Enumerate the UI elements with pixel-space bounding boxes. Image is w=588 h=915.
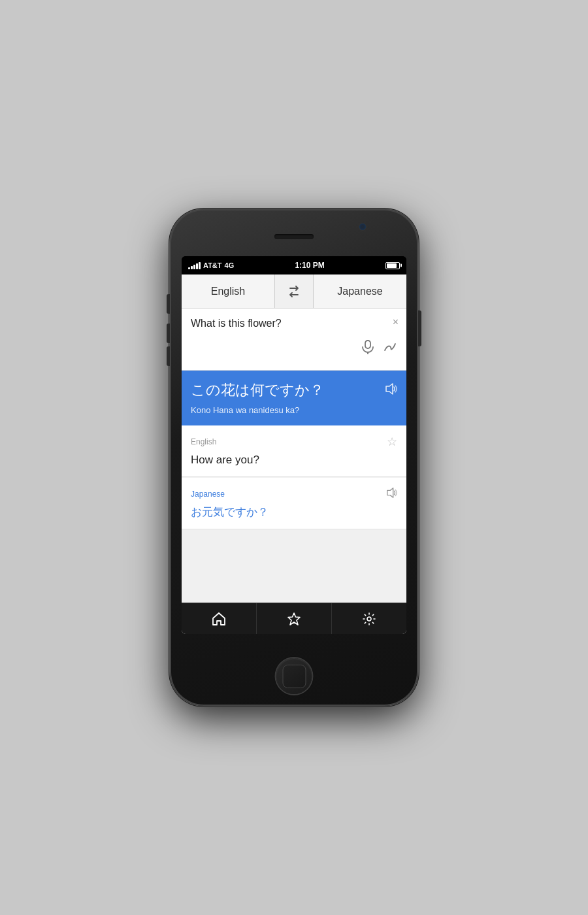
source-language-button[interactable]: English <box>182 274 275 308</box>
input-text[interactable]: What is this flower? <box>191 316 397 331</box>
phone-frame: AT&T 4G 1:10 PM English <box>170 209 418 706</box>
network-label: 4G <box>225 261 235 269</box>
carrier-label: AT&T <box>203 261 222 269</box>
input-area: What is this flower? × <box>182 308 406 371</box>
svg-marker-2 <box>386 384 393 394</box>
front-camera <box>359 224 366 230</box>
speak-translation-button[interactable] <box>384 382 397 399</box>
microphone-button[interactable] <box>362 340 374 358</box>
clear-button[interactable]: × <box>393 316 399 328</box>
handwriting-button[interactable] <box>383 340 397 358</box>
result-main: この花は何ですか？ Kono Hana wa nanidesu ka? <box>191 381 397 415</box>
svg-rect-0 <box>365 341 370 348</box>
battery-fill <box>387 263 397 268</box>
status-left: AT&T 4G <box>188 261 234 269</box>
favorite-button-1[interactable]: ☆ <box>387 435 397 449</box>
tab-favorites[interactable] <box>256 603 331 634</box>
translation-result: この花は何ですか？ Kono Hana wa nanidesu ka? <box>182 371 406 425</box>
settings-icon <box>362 612 376 626</box>
tab-bar <box>182 603 406 634</box>
history-section: English ☆ How are you? Japanese <box>182 425 406 603</box>
history-item-1-header: English ☆ <box>191 435 397 449</box>
history-source-lang: English <box>191 437 216 446</box>
time-label: 1:10 PM <box>295 261 324 270</box>
tab-settings[interactable] <box>331 603 406 634</box>
svg-marker-3 <box>387 488 393 497</box>
language-bar: English Japanese <box>182 274 406 308</box>
history-item-2-header: Japanese <box>191 487 397 501</box>
history-item-2: Japanese お元気ですか？ <box>182 478 406 529</box>
translated-text: この花は何ですか？ <box>191 381 324 400</box>
phone-screen: AT&T 4G 1:10 PM English <box>182 256 406 634</box>
battery-icon <box>385 262 400 269</box>
speaker-grill <box>274 234 314 239</box>
svg-marker-4 <box>288 613 300 625</box>
tab-home[interactable] <box>182 603 256 634</box>
home-icon <box>212 612 226 626</box>
input-actions <box>191 336 397 358</box>
favorites-icon <box>287 612 301 626</box>
history-source-text[interactable]: How are you? <box>191 453 397 467</box>
speak-history-button[interactable] <box>385 487 397 501</box>
romanji-text: Kono Hana wa nanidesu ka? <box>191 405 324 415</box>
history-target-text[interactable]: お元気ですか？ <box>191 505 397 520</box>
speaker-icon <box>384 382 397 395</box>
target-language-button[interactable]: Japanese <box>313 274 406 308</box>
svg-point-5 <box>367 617 371 621</box>
handwriting-icon <box>383 340 397 354</box>
translation-content: この花は何ですか？ Kono Hana wa nanidesu ka? <box>191 381 324 415</box>
home-button[interactable] <box>276 658 312 694</box>
status-bar: AT&T 4G 1:10 PM <box>182 256 406 274</box>
home-button-inner <box>282 665 306 688</box>
status-right <box>385 262 400 269</box>
history-item-1: English ☆ How are you? <box>182 425 406 477</box>
swap-languages-button[interactable] <box>275 274 313 308</box>
microphone-icon <box>362 340 374 354</box>
signal-icon <box>188 261 201 269</box>
app-content: English Japanese What is this flower? × <box>182 274 406 634</box>
history-speaker-icon <box>385 487 397 499</box>
swap-icon <box>287 286 301 297</box>
history-target-lang: Japanese <box>191 490 225 499</box>
